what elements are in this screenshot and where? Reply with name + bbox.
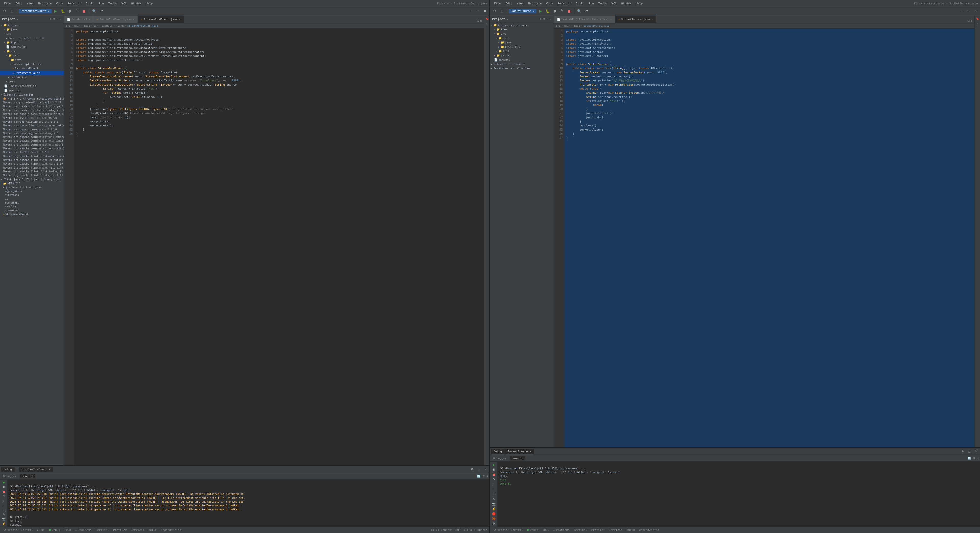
right-run-coverage[interactable]: ⛨ bbox=[552, 8, 558, 14]
tree-reload4j[interactable]: Maven: ch.qos.reload4j:reload4j:1.2.19 bbox=[0, 101, 64, 104]
right-toolbar-settings[interactable]: ⚙ bbox=[492, 8, 498, 14]
maximize-btn[interactable]: □ bbox=[475, 8, 481, 14]
tree-resources[interactable]: ▸ resources bbox=[0, 75, 64, 80]
right-step-out-btn[interactable]: ↑ bbox=[491, 487, 496, 491]
tree-flink-api-java[interactable]: org.apache.flink.api.java bbox=[0, 185, 64, 189]
right-tree-main[interactable]: ▾ 📁 main bbox=[490, 36, 554, 40]
tab-stream[interactable]: ☕ StreamWordCount.java ✕ bbox=[138, 16, 184, 23]
right-search-btn[interactable]: 🔍 bbox=[576, 8, 582, 14]
status-services[interactable]: Services bbox=[130, 528, 145, 532]
tree-flink-java[interactable]: Maven: org.apache.flink:flink-java:1.17.… bbox=[0, 173, 64, 177]
right-console-actions[interactable]: 🔄 🗑 ⬇ bbox=[967, 456, 979, 460]
menu-vcs[interactable]: VCS bbox=[119, 1, 129, 6]
heap-btn[interactable]: ⚡ bbox=[1, 522, 6, 526]
status-run[interactable]: ▶ Run bbox=[36, 528, 46, 532]
project-settings[interactable]: ⚙ ⊞ − ✕ bbox=[50, 18, 62, 21]
right-mute-btn[interactable]: 🔕 bbox=[491, 517, 496, 521]
structure-btn[interactable]: ⊞ bbox=[485, 21, 489, 26]
stop-btn[interactable]: ◼ bbox=[81, 8, 87, 14]
right-menu-vcs[interactable]: VCS bbox=[609, 1, 619, 6]
evaluate-btn[interactable]: ✎ bbox=[1, 513, 6, 516]
bookmarks-btn[interactable]: 🔖 bbox=[485, 16, 489, 21]
tree-commons-text[interactable]: Maven: org.apache.commons:commons-text:1… bbox=[0, 147, 64, 150]
right-debug-main-tab[interactable]: Debug bbox=[491, 449, 504, 454]
camera-btn[interactable]: 📷 bbox=[1, 517, 6, 521]
right-status-services[interactable]: Services bbox=[608, 528, 624, 532]
tree-flink-ann[interactable]: Maven: org.apache.flink:flink-annotation… bbox=[0, 154, 64, 158]
status-todo[interactable]: TODO bbox=[63, 528, 72, 532]
tree-stream[interactable]: ☕ StreamWordCount bbox=[0, 71, 64, 75]
right-editor-content[interactable]: 1 2 3 4 5 6 7 8 9 10 11 12 13 14 bbox=[554, 29, 974, 447]
tree-commons-math[interactable]: Maven: org.apache.commons:commons-math3:… bbox=[0, 143, 64, 147]
tree-flink-hadoop[interactable]: Maven: org.apache.flink:flink-hadoop-fs:… bbox=[0, 169, 64, 173]
right-debug-btn[interactable]: 🐛 bbox=[545, 8, 551, 14]
debug-close-panel[interactable]: ✕ bbox=[482, 466, 488, 472]
tree-com[interactable]: ▸ com . example . flink bbox=[0, 36, 64, 40]
right-tree-ext[interactable]: ▸ External Libraries bbox=[490, 62, 554, 66]
debug-btn[interactable]: 🐛 bbox=[60, 8, 66, 14]
tree-commons-io[interactable]: Maven: commons-io:commons-io:2.11.0 bbox=[0, 128, 64, 131]
right-structure-btn[interactable]: ⊞ bbox=[975, 21, 980, 26]
right-status-debug-bar[interactable]: Debug bbox=[526, 528, 539, 532]
stop-debug-btn[interactable]: ◼ bbox=[1, 490, 6, 493]
right-heap-btn[interactable]: ⚡ bbox=[491, 507, 496, 511]
status-vcs[interactable]: ⎇ Version Control bbox=[2, 528, 34, 532]
right-tree-pom[interactable]: 📄 pom.xml bbox=[490, 58, 554, 62]
right-status-profiler[interactable]: Profiler bbox=[590, 528, 606, 532]
menu-view[interactable]: View bbox=[25, 1, 36, 6]
tree-kryo[interactable]: Maven: com.esotericsoftware.kryo:kryo:2.… bbox=[0, 104, 64, 108]
tree-flink-clients[interactable]: Maven: org.apache.flink:flink-clients:1.… bbox=[0, 158, 64, 162]
right-stop-debug-btn[interactable]: ◼ bbox=[491, 472, 496, 476]
right-profile-btn[interactable]: ⏱ bbox=[559, 8, 565, 14]
close-window-btn[interactable]: ✕ bbox=[482, 8, 488, 14]
right-tree-idea[interactable]: ▾ 📁 idea bbox=[490, 27, 554, 32]
tree-commons-cli[interactable]: Maven: commons-cli:commons-cli:1.5.0 bbox=[0, 120, 64, 124]
right-tree-text[interactable]: ▾ 📁 text bbox=[490, 49, 554, 53]
right-breakpoints-btn[interactable]: 🔴 bbox=[491, 512, 496, 515]
right-debug-settings2[interactable]: ⚙ bbox=[491, 522, 496, 526]
toolbar-layout[interactable]: ⊞ bbox=[9, 8, 15, 14]
debug-tab-streamwc[interactable]: StreamWordCount ✕ bbox=[19, 467, 53, 472]
right-minimize-btn[interactable]: − bbox=[958, 8, 964, 14]
tab-words[interactable]: 📄 words.txt ✕ bbox=[64, 16, 94, 23]
right-maximize-btn[interactable]: □ bbox=[965, 8, 971, 14]
tree-io[interactable]: io bbox=[0, 197, 64, 201]
right-bookmarks-btn[interactable]: 🔖 bbox=[975, 16, 980, 21]
right-camera-btn[interactable]: 📷 bbox=[491, 502, 496, 506]
menu-tools[interactable]: Tools bbox=[107, 1, 119, 6]
right-menu-build[interactable]: Build bbox=[574, 1, 586, 6]
tree-commons-lang[interactable]: Maven: commons-lang:commons-lang:2.6 bbox=[0, 131, 64, 135]
menu-edit[interactable]: Edit bbox=[14, 1, 24, 6]
search-btn[interactable]: 🔍 bbox=[91, 8, 97, 14]
right-tab-more[interactable]: ⚙ bbox=[970, 19, 972, 23]
right-status-todo[interactable]: TODO bbox=[541, 528, 550, 532]
console-actions[interactable]: 🔄 🗑 ⬇ bbox=[477, 474, 488, 478]
tab-batch-close[interactable]: ✕ bbox=[133, 18, 135, 21]
run-with-coverage[interactable]: ⛨ bbox=[67, 8, 73, 14]
tree-operators[interactable]: operators bbox=[0, 201, 64, 204]
right-debug-settings[interactable]: ⚙ bbox=[959, 448, 966, 455]
right-split-btn[interactable]: ⊟ bbox=[968, 19, 969, 23]
right-step-over-btn[interactable]: ↷ bbox=[491, 477, 496, 481]
status-profiler[interactable]: Profiler bbox=[112, 528, 127, 532]
tree-chill-java[interactable]: Maven: com.twitter:chill-java:0.7.6 bbox=[0, 116, 64, 120]
tree-test[interactable]: ▸ test bbox=[0, 80, 64, 84]
right-step-into-btn[interactable]: ↓ bbox=[491, 482, 496, 486]
right-stop-btn[interactable]: ◼ bbox=[566, 8, 572, 14]
left-project-tree[interactable]: ▾ 📁 flink-a ▾ 📁 java · src ▸ bbox=[0, 23, 64, 465]
right-tab-pom[interactable]: 📄 pom.xml (flink-socketsource) ✕ bbox=[554, 16, 615, 23]
pause-btn[interactable]: ⏸ bbox=[1, 485, 6, 489]
right-menu-edit[interactable]: Edit bbox=[504, 1, 514, 6]
tree-minlog[interactable]: Maven: com.esotericsoftware.minlog:minlo… bbox=[0, 108, 64, 112]
status-terminal[interactable]: Terminal bbox=[94, 528, 110, 532]
right-tab-pom-close[interactable]: ✕ bbox=[610, 18, 612, 21]
right-run-cursor-btn[interactable]: →| bbox=[491, 492, 496, 496]
tree-package[interactable]: ▾ com.example.flink bbox=[0, 62, 64, 66]
tree-pom-left[interactable]: 📄 pom.xml bbox=[0, 88, 64, 93]
tab-batch[interactable]: ☕ BatchWordCount.java ✕ bbox=[94, 16, 138, 23]
run-btn[interactable]: ▶ bbox=[52, 8, 59, 14]
profile-btn[interactable]: ⏱ bbox=[74, 8, 80, 14]
tab-stream-close[interactable]: ✕ bbox=[179, 18, 180, 21]
tree-src-folder[interactable]: ▾ 📁 src bbox=[0, 49, 64, 53]
status-build[interactable]: Build bbox=[147, 528, 158, 532]
